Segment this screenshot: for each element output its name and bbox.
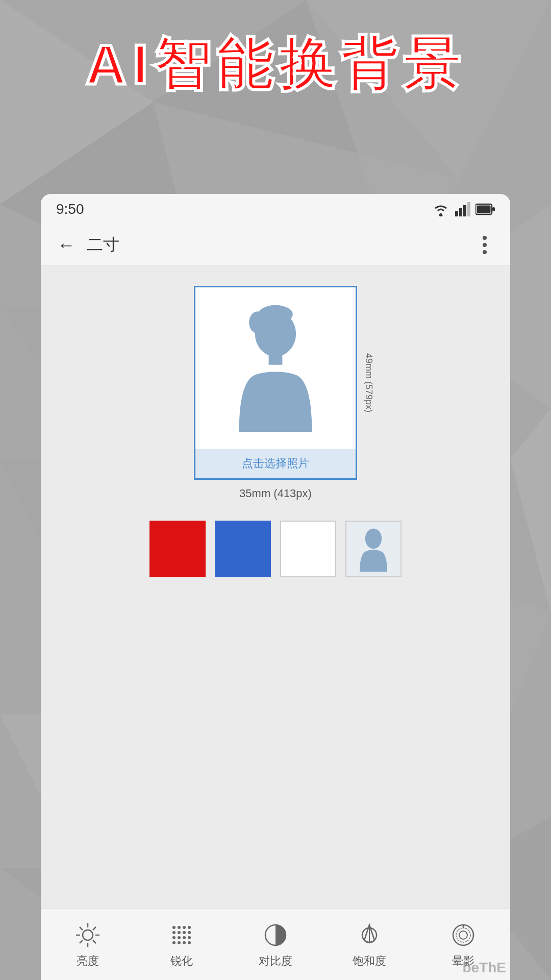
svg-point-45 (178, 926, 181, 929)
person-silhouette (224, 304, 327, 432)
tool-saturation[interactable]: 饱和度 (331, 921, 408, 969)
main-content: 点击选择照片 49mm (579px) 35mm (413px) (41, 265, 510, 909)
svg-point-51 (188, 931, 191, 934)
signal-icon (455, 202, 470, 216)
svg-point-57 (178, 941, 181, 944)
tool-sharpen[interactable]: 锐化 (143, 921, 220, 969)
wifi-icon (432, 202, 450, 216)
svg-rect-26 (467, 202, 470, 216)
status-icons (432, 202, 495, 216)
dimension-bottom: 35mm (413px) (239, 487, 312, 500)
svg-point-54 (183, 936, 186, 939)
svg-point-55 (188, 936, 191, 939)
status-bar: 9:50 (41, 194, 510, 225)
tool-contrast[interactable]: 对比度 (237, 921, 314, 969)
sharpen-label: 锐化 (170, 953, 193, 969)
photo-frame[interactable]: 点击选择照片 (194, 286, 357, 480)
status-time: 9:50 (56, 201, 84, 217)
tool-brightness[interactable]: 亮度 (49, 921, 126, 969)
swatch-red[interactable] (149, 521, 206, 577)
battery-icon (475, 203, 495, 215)
silhouette-area (195, 287, 356, 449)
swatch-white[interactable] (280, 521, 336, 577)
svg-point-22 (439, 213, 442, 216)
saturation-icon (355, 921, 384, 949)
svg-point-52 (172, 936, 176, 939)
app-bar: ← 二寸 (41, 225, 510, 265)
swatch-person-icon (356, 526, 391, 572)
svg-point-46 (183, 926, 186, 929)
svg-point-35 (83, 930, 93, 940)
svg-rect-24 (459, 208, 462, 216)
svg-point-33 (249, 311, 265, 333)
vignette-icon (449, 921, 478, 949)
svg-point-49 (178, 931, 181, 934)
brightness-icon (73, 921, 102, 949)
svg-rect-31 (269, 353, 283, 364)
svg-point-58 (183, 941, 186, 944)
swatch-blue[interactable] (215, 521, 271, 577)
sharpen-icon (167, 921, 196, 949)
svg-point-34 (365, 528, 382, 549)
contrast-label: 对比度 (259, 953, 292, 969)
back-button[interactable]: ← (51, 230, 82, 260)
contrast-icon (261, 921, 290, 949)
phone-container: 9:50 ← (41, 194, 510, 980)
svg-point-48 (172, 931, 176, 934)
select-photo-text[interactable]: 点击选择照片 (195, 449, 356, 478)
svg-point-59 (188, 941, 191, 944)
watermark: beThE (458, 955, 510, 980)
svg-point-47 (188, 926, 191, 929)
brightness-label: 亮度 (77, 953, 99, 969)
svg-line-41 (93, 940, 96, 943)
svg-line-43 (80, 940, 83, 943)
svg-rect-28 (477, 206, 491, 213)
saturation-label: 饱和度 (353, 953, 386, 969)
swatch-person[interactable] (345, 521, 402, 577)
svg-point-56 (172, 941, 176, 944)
bottom-toolbar: 亮度 (41, 909, 510, 980)
dimension-right: 49mm (579px) (363, 353, 373, 412)
page-title: AI智能换背景 (0, 31, 551, 98)
swatches-row (149, 521, 402, 577)
photo-area-wrapper: 点击选择照片 49mm (579px) (194, 286, 357, 480)
svg-line-42 (93, 927, 96, 930)
title-area: AI智能换背景 (0, 31, 551, 98)
more-button[interactable] (469, 230, 500, 260)
app-bar-title: 二寸 (87, 234, 469, 256)
svg-point-63 (459, 931, 467, 939)
svg-point-64 (456, 928, 470, 942)
svg-point-53 (178, 936, 181, 939)
svg-point-44 (172, 926, 176, 929)
svg-rect-23 (455, 211, 458, 216)
svg-line-40 (80, 927, 83, 930)
svg-point-50 (183, 931, 186, 934)
svg-rect-29 (492, 207, 495, 211)
svg-rect-25 (463, 205, 466, 216)
